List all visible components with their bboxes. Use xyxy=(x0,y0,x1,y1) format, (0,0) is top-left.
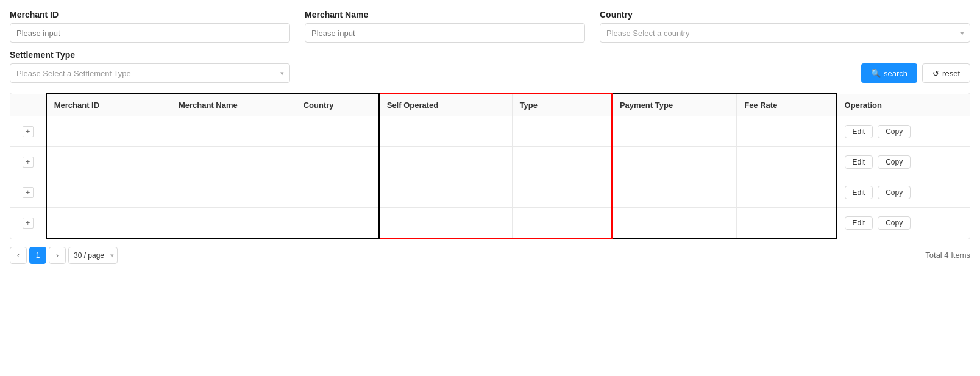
self-operated-cell xyxy=(379,116,512,147)
pagination-left: ‹ 1 › 10 / page 20 / page 30 / page 50 /… xyxy=(10,247,118,264)
table-row: + Edit Copy xyxy=(10,116,970,147)
type-cell xyxy=(512,177,612,208)
filter-group-merchant-id: Merchant ID xyxy=(10,10,290,43)
merchant-id-input[interactable] xyxy=(10,23,290,43)
payment-type-cell xyxy=(612,177,737,208)
reset-icon: ↺ xyxy=(932,69,939,78)
operation-buttons: Edit Copy xyxy=(845,186,962,199)
th-expand xyxy=(10,94,46,116)
merchant-name-cell xyxy=(171,208,296,238)
country-select-wrapper: Please Select a country ▾ xyxy=(600,23,970,43)
payment-type-cell xyxy=(612,208,737,238)
filter-group-country: Country Please Select a country ▾ xyxy=(600,10,970,43)
expand-button[interactable]: + xyxy=(23,218,34,229)
merchant-name-cell xyxy=(171,177,296,208)
self-operated-cell xyxy=(379,208,512,238)
type-cell xyxy=(512,147,612,177)
next-page-button[interactable]: › xyxy=(49,247,66,264)
country-select[interactable]: Please Select a country xyxy=(600,23,970,43)
expand-button[interactable]: + xyxy=(23,187,34,198)
merchant-name-label: Merchant Name xyxy=(305,10,585,20)
payment-type-cell xyxy=(612,116,737,147)
type-cell xyxy=(512,208,612,238)
copy-button[interactable]: Copy xyxy=(878,186,911,199)
merchant-name-input[interactable] xyxy=(305,23,585,43)
self-operated-cell xyxy=(379,177,512,208)
reset-button[interactable]: ↺ reset xyxy=(922,63,970,83)
expand-cell: + xyxy=(10,116,46,147)
table-row: + Edit Copy xyxy=(10,177,970,208)
operation-cell: Edit Copy xyxy=(837,177,970,208)
operation-buttons: Edit Copy xyxy=(845,155,962,169)
copy-button[interactable]: Copy xyxy=(878,216,911,230)
operation-cell: Edit Copy xyxy=(837,147,970,177)
th-country: Country xyxy=(296,94,379,116)
page-size-wrapper: 10 / page 20 / page 30 / page 50 / page … xyxy=(68,247,118,264)
merchant-name-cell xyxy=(171,147,296,177)
table-header-row: Merchant ID Merchant Name Country Self O… xyxy=(10,94,970,116)
country-label: Country xyxy=(600,10,970,20)
expand-button[interactable]: + xyxy=(23,157,34,168)
expand-cell: + xyxy=(10,208,46,238)
search-button-label: search xyxy=(884,69,907,78)
filter-section: Merchant ID Merchant Name Country Please… xyxy=(10,10,970,83)
search-icon: 🔍 xyxy=(871,69,881,78)
page-1-button[interactable]: 1 xyxy=(29,247,46,264)
table-container: Merchant ID Merchant Name Country Self O… xyxy=(10,93,970,239)
filter-group-merchant-name: Merchant Name xyxy=(305,10,585,43)
operation-cell: Edit Copy xyxy=(837,208,970,238)
th-type: Type xyxy=(512,94,612,116)
data-table: Merchant ID Merchant Name Country Self O… xyxy=(10,93,970,239)
th-merchant-id: Merchant ID xyxy=(46,94,171,116)
filter-row-2: Settlement Type Please Select a Settleme… xyxy=(10,50,970,83)
page-size-select[interactable]: 10 / page 20 / page 30 / page 50 / page xyxy=(68,247,118,264)
country-cell xyxy=(296,177,379,208)
reset-button-label: reset xyxy=(942,69,960,78)
country-cell xyxy=(296,208,379,238)
settlement-type-select[interactable]: Please Select a Settlement Type xyxy=(10,63,290,83)
expand-button[interactable]: + xyxy=(23,126,34,137)
type-cell xyxy=(512,116,612,147)
country-cell xyxy=(296,147,379,177)
country-cell xyxy=(296,116,379,147)
edit-button[interactable]: Edit xyxy=(845,216,873,230)
copy-button[interactable]: Copy xyxy=(878,155,911,169)
th-operation: Operation xyxy=(837,94,970,116)
merchant-name-cell xyxy=(171,116,296,147)
payment-type-cell xyxy=(612,147,737,177)
edit-button[interactable]: Edit xyxy=(845,186,873,199)
copy-button[interactable]: Copy xyxy=(878,125,911,138)
search-button[interactable]: 🔍 search xyxy=(861,63,917,83)
merchant-id-cell xyxy=(46,208,171,238)
merchant-id-label: Merchant ID xyxy=(10,10,290,20)
fee-rate-cell xyxy=(737,147,837,177)
expand-cell: + xyxy=(10,147,46,177)
operation-buttons: Edit Copy xyxy=(845,125,962,138)
th-fee-rate: Fee Rate xyxy=(737,94,837,116)
filter-group-settlement-type: Settlement Type Please Select a Settleme… xyxy=(10,50,290,83)
filter-row-1: Merchant ID Merchant Name Country Please… xyxy=(10,10,970,43)
operation-cell: Edit Copy xyxy=(837,116,970,147)
edit-button[interactable]: Edit xyxy=(845,155,873,169)
self-operated-cell xyxy=(379,147,512,177)
page-container: Merchant ID Merchant Name Country Please… xyxy=(0,0,980,276)
total-items-text: Total 4 Items xyxy=(925,250,970,260)
table-row: + Edit Copy xyxy=(10,147,970,177)
fee-rate-cell xyxy=(737,208,837,238)
pagination-bar: ‹ 1 › 10 / page 20 / page 30 / page 50 /… xyxy=(10,239,970,266)
table-body: + Edit Copy + xyxy=(10,116,970,238)
action-buttons: 🔍 search ↺ reset xyxy=(861,63,970,83)
settlement-type-label: Settlement Type xyxy=(10,50,290,60)
merchant-id-cell xyxy=(46,116,171,147)
table-row: + Edit Copy xyxy=(10,208,970,238)
settlement-type-select-wrapper: Please Select a Settlement Type ▾ xyxy=(10,63,290,83)
edit-button[interactable]: Edit xyxy=(845,125,873,138)
fee-rate-cell xyxy=(737,177,837,208)
fee-rate-cell xyxy=(737,116,837,147)
th-merchant-name: Merchant Name xyxy=(171,94,296,116)
operation-buttons: Edit Copy xyxy=(845,216,962,230)
merchant-id-cell xyxy=(46,147,171,177)
prev-page-button[interactable]: ‹ xyxy=(10,247,27,264)
th-self-operated: Self Operated xyxy=(379,94,512,116)
th-payment-type: Payment Type xyxy=(612,94,737,116)
